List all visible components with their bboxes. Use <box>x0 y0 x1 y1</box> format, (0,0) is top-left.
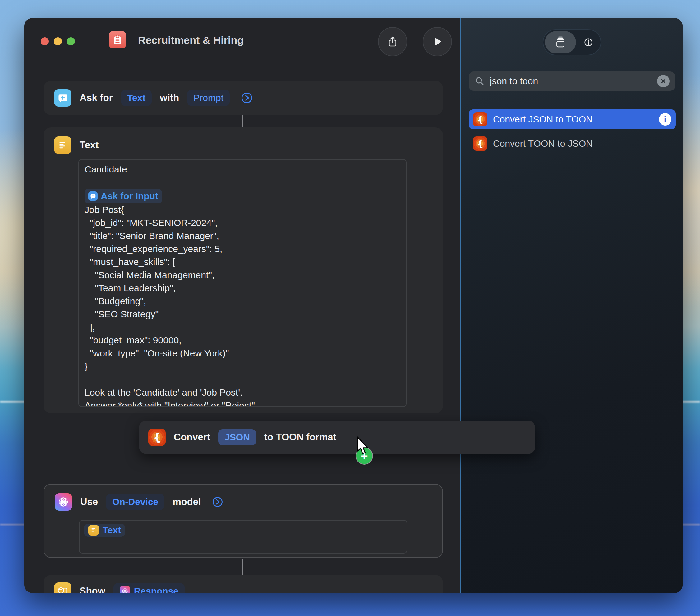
action-verb: Show <box>79 586 105 593</box>
info-icon <box>582 35 595 49</box>
share-button[interactable] <box>378 27 407 56</box>
action-library-sidebar: { Convert JSON to TOON i { Convert TOON … <box>460 18 683 593</box>
variable-label: Response <box>134 586 178 593</box>
ask-prompt-token[interactable]: Prompt <box>187 90 230 106</box>
clear-search-button[interactable] <box>657 75 670 87</box>
action-connector-word: with <box>160 92 179 103</box>
action-verb: Convert <box>174 432 210 443</box>
search-result-convert-json-to-toon[interactable]: { Convert JSON to TOON i <box>469 109 676 129</box>
search-icon <box>474 76 485 86</box>
bubble-plus-icon <box>88 191 98 201</box>
apple-intelligence-icon <box>55 493 72 511</box>
action-search-field[interactable] <box>469 72 675 91</box>
action-suffix: to TOON format <box>264 432 336 443</box>
action-use-model[interactable]: Use On-Device model Text <box>43 484 443 558</box>
toon-app-icon: { <box>473 136 487 151</box>
flow-connector <box>242 115 243 127</box>
toon-app-icon: { <box>473 112 487 126</box>
model-token[interactable]: On-Device <box>106 494 164 510</box>
model-prompt-field[interactable]: Text <box>79 520 407 554</box>
shortcut-details-tab[interactable] <box>576 35 601 49</box>
stack-icon <box>553 35 567 49</box>
action-library-tab[interactable] <box>545 31 576 53</box>
result-label: Convert TOON to JSON <box>493 138 671 149</box>
action-info-button[interactable]: i <box>659 113 671 126</box>
text-action-icon <box>54 136 72 154</box>
share-icon <box>385 35 400 49</box>
search-result-convert-toon-to-json[interactable]: { Convert TOON to JSON <box>469 134 676 153</box>
workflow-canvas: Recruitment & Hiring Ask <box>24 18 460 593</box>
dragged-action-convert-json-to-toon[interactable]: { Convert JSON to TOON format <box>139 420 535 454</box>
sidebar-mode-segmented-control <box>543 29 601 55</box>
run-shortcut-button[interactable] <box>423 27 452 56</box>
rosette-icon <box>57 495 70 509</box>
show-result-icon <box>54 582 72 593</box>
json-input-token[interactable]: JSON <box>218 429 256 445</box>
action-title: Text <box>79 140 99 151</box>
window-title: Recruitment & Hiring <box>138 34 244 46</box>
variable-label: Text <box>103 525 121 536</box>
zoom-window-button[interactable] <box>67 37 75 46</box>
text-before: Candidate <box>85 164 127 174</box>
expand-chevron-icon[interactable] <box>238 89 256 107</box>
play-icon <box>430 35 444 49</box>
search-input[interactable] <box>490 76 652 86</box>
expand-chevron-icon[interactable] <box>209 493 226 510</box>
ask-for-input-icon <box>54 89 72 106</box>
minimize-window-button[interactable] <box>54 37 62 46</box>
action-ask-for-input[interactable]: Ask for Text with Prompt <box>43 81 443 115</box>
magnifier-bubble-icon <box>56 584 69 593</box>
text-lines-icon <box>57 139 69 151</box>
ask-for-input-variable[interactable]: Ask for Input <box>85 189 162 203</box>
bubble-plus-icon <box>57 92 69 104</box>
text-lines-icon <box>88 525 99 536</box>
toon-app-icon: { <box>148 429 166 446</box>
text-after: Job Post{ "job_id": "MKT-SENIOR-2024", "… <box>85 204 258 407</box>
action-verb: Use <box>80 496 98 507</box>
flow-connector <box>242 558 243 575</box>
arrow-cursor <box>354 436 370 456</box>
shortcut-app-icon <box>109 31 126 49</box>
x-icon <box>660 78 667 85</box>
variable-label: Ask for Input <box>101 190 158 203</box>
close-window-button[interactable] <box>41 37 49 46</box>
result-label: Convert JSON to TOON <box>493 114 653 125</box>
action-show-result[interactable]: Show Response <box>43 575 443 593</box>
apple-intelligence-icon <box>120 586 130 593</box>
action-text[interactable]: Text Candidate Ask for Input Job Post{ "… <box>43 127 443 413</box>
action-suffix: model <box>173 496 201 507</box>
action-verb: Ask for <box>79 92 113 103</box>
text-variable[interactable]: Text <box>84 524 125 537</box>
clipboard-icon <box>111 34 124 46</box>
ask-type-token[interactable]: Text <box>121 90 152 106</box>
shortcuts-window: Recruitment & Hiring Ask <box>24 18 683 593</box>
text-content-field[interactable]: Candidate Ask for Input Job Post{ "job_i… <box>78 159 407 407</box>
response-variable[interactable]: Response <box>113 583 185 593</box>
